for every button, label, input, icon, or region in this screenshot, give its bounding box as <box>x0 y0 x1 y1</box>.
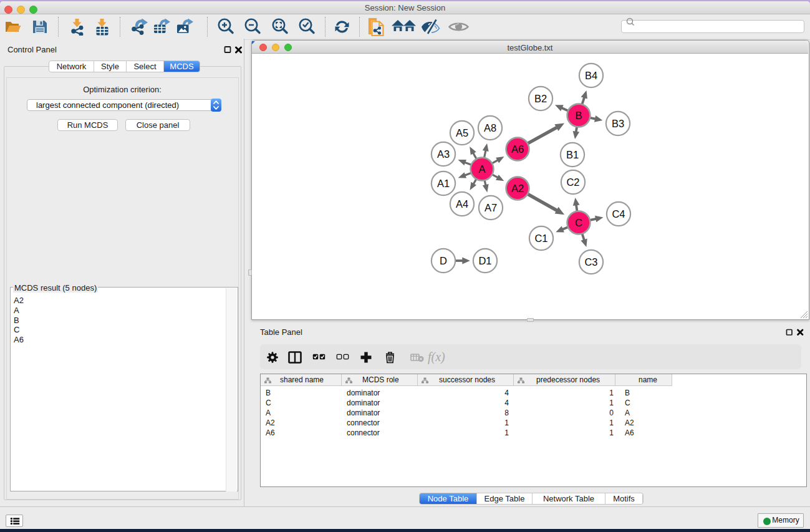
svg-text:A7: A7 <box>485 202 497 213</box>
svg-text:A5: A5 <box>456 127 468 138</box>
svg-text:D: D <box>440 255 447 266</box>
svg-text:B4: B4 <box>585 70 597 81</box>
svg-text:A: A <box>478 163 485 175</box>
svg-text:B2: B2 <box>534 93 547 104</box>
svg-text:C1: C1 <box>534 233 547 244</box>
svg-text:D1: D1 <box>478 255 491 266</box>
svg-text:C3: C3 <box>584 256 597 268</box>
svg-text:C: C <box>575 217 582 228</box>
svg-text:C4: C4 <box>612 208 625 220</box>
svg-text:C2: C2 <box>566 177 579 188</box>
svg-text:A6: A6 <box>511 143 524 155</box>
svg-text:A1: A1 <box>437 178 450 189</box>
svg-text:A3: A3 <box>437 148 450 160</box>
svg-text:A4: A4 <box>456 198 468 210</box>
svg-text:A8: A8 <box>484 122 496 133</box>
svg-text:B: B <box>575 110 582 121</box>
svg-text:A2: A2 <box>511 183 524 194</box>
svg-text:B3: B3 <box>612 118 624 129</box>
svg-text:B1: B1 <box>566 149 579 160</box>
